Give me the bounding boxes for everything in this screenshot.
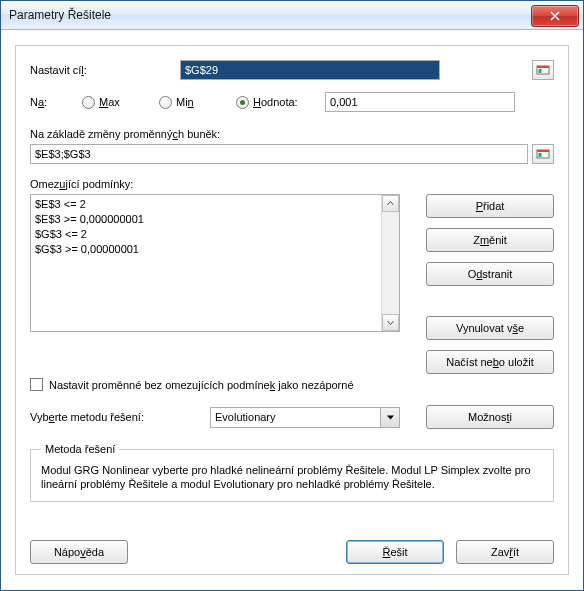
to-label: Na: bbox=[30, 96, 82, 108]
method-row: Vyberte metodu řešení: Evolutionary Možn… bbox=[30, 405, 554, 429]
changing-cells-label: Na základě změny proměnných buněk: bbox=[30, 128, 554, 140]
constraints-label: Omezující podmínky: bbox=[30, 178, 554, 190]
constraints-area: $E$3 <= 2 $E$3 >= 0,000000001 $G$3 <= 2 … bbox=[30, 194, 554, 374]
unconstrained-label[interactable]: Nastavit proměnné bez omezujících podmín… bbox=[49, 379, 354, 391]
changing-cells-input[interactable] bbox=[30, 144, 528, 164]
titlebar: Parametry Řešitele bbox=[1, 1, 583, 30]
radio-max[interactable] bbox=[82, 96, 95, 109]
value-of-input[interactable] bbox=[325, 92, 515, 112]
add-constraint-button[interactable]: Přidat bbox=[426, 194, 554, 218]
close-icon bbox=[550, 11, 560, 21]
delete-constraint-button[interactable]: Odstranit bbox=[426, 262, 554, 286]
method-label: Vyberte metodu řešení: bbox=[30, 411, 210, 423]
svg-rect-1 bbox=[537, 66, 549, 68]
method-select[interactable]: Evolutionary bbox=[210, 407, 400, 428]
help-button[interactable]: Nápověda bbox=[30, 540, 128, 564]
constraints-list-content: $E$3 <= 2 $E$3 >= 0,000000001 $G$3 <= 2 … bbox=[31, 195, 381, 331]
close-button[interactable]: Zavřít bbox=[456, 540, 554, 564]
window-close-button[interactable] bbox=[531, 5, 579, 27]
solve-button[interactable]: Řešit bbox=[346, 540, 444, 564]
reset-all-button[interactable]: Vynulovat vše bbox=[426, 316, 554, 340]
set-objective-row: Nastavit cíl: bbox=[30, 60, 554, 80]
chevron-down-icon bbox=[387, 414, 394, 421]
collapse-dialog-icon bbox=[536, 63, 550, 77]
radio-value-label[interactable]: Hodnota: bbox=[253, 96, 325, 108]
radio-min-label[interactable]: Min bbox=[176, 96, 236, 108]
content-panel: Nastavit cíl: Na: Max Min bbox=[15, 45, 569, 575]
dialog-button-row: Nápověda Řešit Zavřít bbox=[30, 540, 554, 564]
method-dropdown-button[interactable] bbox=[380, 408, 399, 427]
method-description-text: Modul GRG Nonlinear vyberte pro hladké n… bbox=[41, 463, 543, 491]
constraint-buttons: Přidat Změnit Odstranit Vynulovat vše Na… bbox=[426, 194, 554, 374]
window-title: Parametry Řešitele bbox=[9, 8, 111, 22]
unconstrained-nonneg-row: Nastavit proměnné bez omezujících podmín… bbox=[30, 378, 554, 391]
unconstrained-checkbox[interactable] bbox=[30, 378, 43, 391]
method-description-group: Metoda řešení Modul GRG Nonlinear vybert… bbox=[30, 443, 554, 502]
constraints-listbox[interactable]: $E$3 <= 2 $E$3 >= 0,000000001 $G$3 <= 2 … bbox=[30, 194, 400, 332]
changing-cells-row bbox=[30, 144, 554, 164]
chevron-up-icon bbox=[387, 200, 394, 207]
radio-min[interactable] bbox=[159, 96, 172, 109]
load-save-button[interactable]: Načíst nebo uložit bbox=[426, 350, 554, 374]
svg-rect-5 bbox=[539, 153, 542, 157]
radio-value[interactable] bbox=[236, 96, 249, 109]
scroll-up-button[interactable] bbox=[382, 195, 399, 212]
change-constraint-button[interactable]: Změnit bbox=[426, 228, 554, 252]
objective-cell-input[interactable] bbox=[180, 60, 440, 80]
scroll-down-button[interactable] bbox=[382, 314, 399, 331]
svg-rect-4 bbox=[537, 150, 549, 152]
svg-rect-2 bbox=[539, 69, 542, 73]
solver-parameters-window: Parametry Řešitele Nastavit cíl: bbox=[0, 0, 584, 591]
chevron-down-icon bbox=[387, 319, 394, 326]
to-row: Na: Max Min Hodnota: bbox=[30, 92, 554, 112]
radio-max-label[interactable]: Max bbox=[99, 96, 159, 108]
objective-ref-button[interactable] bbox=[532, 60, 554, 80]
set-objective-label: Nastavit cíl: bbox=[30, 64, 180, 76]
method-description-legend: Metoda řešení bbox=[41, 443, 119, 455]
collapse-dialog-icon bbox=[536, 147, 550, 161]
options-button[interactable]: Možnosti bbox=[426, 405, 554, 429]
changing-cells-ref-button[interactable] bbox=[532, 144, 554, 164]
method-select-value: Evolutionary bbox=[215, 411, 276, 423]
constraints-scrollbar[interactable] bbox=[381, 195, 399, 331]
